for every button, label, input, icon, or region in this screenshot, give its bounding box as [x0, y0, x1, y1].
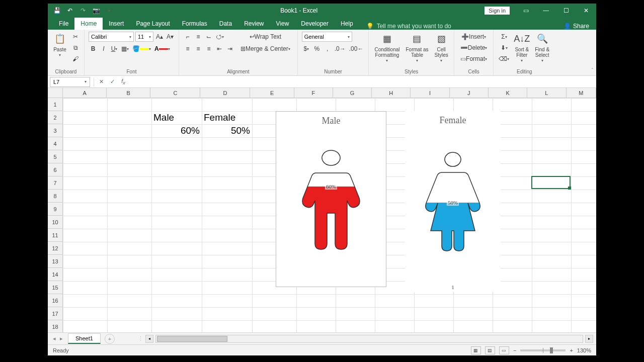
- tab-review[interactable]: Review: [238, 18, 270, 30]
- sheet-nav-next-icon[interactable]: ▸: [60, 335, 63, 342]
- italic-button[interactable]: I: [99, 44, 108, 54]
- row-header[interactable]: 16: [48, 294, 62, 307]
- row-header[interactable]: 9: [48, 203, 62, 216]
- row-header[interactable]: 7: [48, 176, 62, 190]
- sheet-tab[interactable]: Sheet1: [68, 333, 101, 344]
- tab-formulas[interactable]: Formulas: [176, 18, 213, 30]
- format-cells-button[interactable]: ▭ Format ▾: [458, 54, 490, 64]
- row-header[interactable]: 17: [48, 307, 62, 320]
- align-middle-button[interactable]: ≡: [194, 32, 203, 42]
- new-sheet-button[interactable]: +: [105, 334, 115, 344]
- column-header[interactable]: A: [63, 88, 107, 98]
- format-as-table-button[interactable]: ▤Format as Table▾: [404, 32, 430, 64]
- chart-female[interactable]: Female50%1: [405, 111, 501, 292]
- page-break-view-button[interactable]: ▭: [499, 346, 509, 354]
- orientation-button[interactable]: ⭯▾: [215, 32, 225, 42]
- column-header[interactable]: B: [107, 88, 150, 98]
- column-header[interactable]: G: [333, 88, 372, 98]
- qat-dropdown-icon[interactable]: ▾: [105, 7, 113, 15]
- font-size-dropdown[interactable]: 11▾: [135, 32, 153, 42]
- cancel-formula-button[interactable]: ✕: [96, 78, 107, 85]
- column-header[interactable]: D: [200, 88, 250, 98]
- merge-center-button[interactable]: ⊞ Merge & Center ▾: [237, 44, 293, 54]
- align-bottom-button[interactable]: ⌙: [204, 32, 213, 42]
- scroll-thumb[interactable]: [157, 336, 227, 342]
- cell[interactable]: Female: [202, 111, 252, 124]
- grow-font-button[interactable]: A▴: [155, 32, 164, 42]
- format-painter-button[interactable]: 🖌: [71, 54, 80, 64]
- sheet-nav-prev-icon[interactable]: ◂: [53, 335, 56, 342]
- column-header[interactable]: H: [372, 88, 411, 98]
- row-header[interactable]: 14: [48, 268, 62, 281]
- column-header[interactable]: K: [489, 88, 527, 98]
- column-header[interactable]: J: [450, 88, 489, 98]
- align-center-button[interactable]: ≡: [194, 44, 203, 54]
- scroll-left-icon[interactable]: ◂: [145, 335, 153, 343]
- fx-button[interactable]: fx: [118, 78, 129, 85]
- column-header[interactable]: C: [150, 88, 200, 98]
- row-header[interactable]: 5: [48, 150, 62, 163]
- zoom-slider[interactable]: [520, 349, 566, 351]
- column-header[interactable]: M: [567, 88, 596, 98]
- row-header[interactable]: 13: [48, 255, 62, 268]
- cell[interactable]: 50%: [202, 124, 252, 137]
- undo-icon[interactable]: ↶: [66, 7, 74, 15]
- column-header[interactable]: I: [411, 88, 449, 98]
- number-format-dropdown[interactable]: General▾: [302, 32, 352, 42]
- find-select-button[interactable]: 🔍Find & Select▾: [533, 32, 551, 64]
- align-top-button[interactable]: ⌐: [183, 32, 192, 42]
- camera-icon[interactable]: 📷: [92, 7, 100, 15]
- tab-help[interactable]: Help: [335, 18, 359, 30]
- cell[interactable]: Male: [151, 111, 202, 124]
- fill-color-button[interactable]: 🪣▾: [131, 44, 152, 54]
- enter-formula-button[interactable]: ✓: [107, 78, 118, 85]
- column-header[interactable]: F: [294, 88, 333, 98]
- borders-button[interactable]: ▦▾: [120, 44, 130, 54]
- zoom-in-button[interactable]: +: [570, 347, 573, 353]
- save-icon[interactable]: 💾: [53, 7, 61, 15]
- align-right-button[interactable]: ≡: [204, 44, 213, 54]
- row-header[interactable]: 4: [48, 137, 62, 150]
- accounting-button[interactable]: $▾: [302, 44, 311, 54]
- tab-home[interactable]: Home: [74, 18, 103, 30]
- align-left-button[interactable]: ≡: [183, 44, 192, 54]
- decrease-indent-button[interactable]: ⇤: [215, 44, 224, 54]
- font-name-dropdown[interactable]: Calibri▾: [89, 32, 134, 42]
- zoom-out-button[interactable]: −: [513, 347, 516, 353]
- row-header[interactable]: 15: [48, 281, 62, 294]
- row-header[interactable]: 8: [48, 190, 62, 203]
- row-header[interactable]: 12: [48, 242, 62, 255]
- name-box[interactable]: L7▾: [50, 77, 90, 87]
- increase-decimal-button[interactable]: .0→: [334, 44, 347, 54]
- insert-cells-button[interactable]: ➕ Insert ▾: [458, 32, 490, 42]
- shrink-font-button[interactable]: A▾: [166, 32, 175, 42]
- bold-button[interactable]: B: [89, 44, 98, 54]
- tell-me-search[interactable]: 💡Tell me what you want to do: [359, 23, 451, 30]
- increase-indent-button[interactable]: ⇥: [225, 44, 234, 54]
- signin-button[interactable]: Sign in: [485, 7, 510, 15]
- row-header[interactable]: 3: [48, 124, 62, 137]
- redo-icon[interactable]: ↷: [79, 7, 87, 15]
- tab-view[interactable]: View: [270, 18, 295, 30]
- cut-button[interactable]: ✂: [71, 32, 80, 42]
- decrease-decimal-button[interactable]: .00←: [348, 44, 365, 54]
- font-color-button[interactable]: A▾: [153, 44, 171, 54]
- ribbon-mode-icon[interactable]: ▭: [516, 4, 536, 18]
- column-header[interactable]: E: [250, 88, 294, 98]
- close-icon[interactable]: ✕: [576, 4, 596, 18]
- underline-button[interactable]: U▾: [110, 44, 119, 54]
- share-button[interactable]: 👤Share: [564, 23, 589, 30]
- column-header[interactable]: L: [527, 88, 566, 98]
- tab-file[interactable]: File: [53, 18, 74, 30]
- tab-insert[interactable]: Insert: [103, 18, 130, 30]
- row-header[interactable]: 1: [48, 98, 62, 111]
- autosum-button[interactable]: Σ▾: [498, 32, 510, 42]
- tab-page-layout[interactable]: Page Layout: [130, 18, 176, 30]
- row-header[interactable]: 6: [48, 163, 62, 176]
- delete-cells-button[interactable]: ➖ Delete ▾: [458, 43, 490, 53]
- comma-button[interactable]: ,: [323, 44, 332, 54]
- normal-view-button[interactable]: ▦: [471, 346, 481, 354]
- row-header[interactable]: 11: [48, 229, 62, 242]
- horizontal-scrollbar[interactable]: ⋮ ◂ ▸: [135, 335, 596, 343]
- minimize-icon[interactable]: —: [536, 4, 556, 18]
